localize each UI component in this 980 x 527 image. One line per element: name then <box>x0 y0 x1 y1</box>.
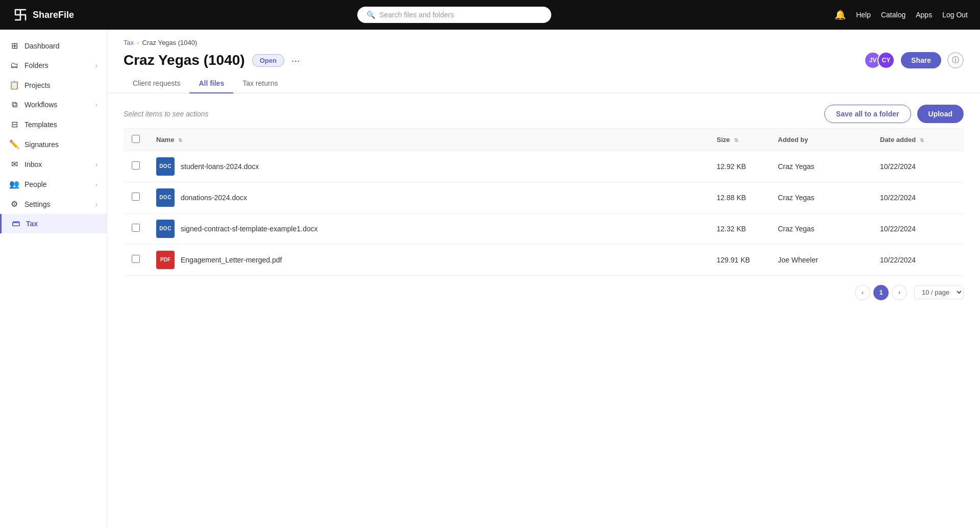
templates-icon: ⊟ <box>9 119 19 129</box>
file-table: Name ⇅ Size ⇅ Added by Date added ⇅ <box>124 128 964 276</box>
row-checkbox[interactable] <box>132 224 140 232</box>
table-header-size[interactable]: Size ⇅ <box>708 128 770 151</box>
upload-button[interactable]: Upload <box>917 105 964 123</box>
row-addedby-cell: Craz Yegas <box>770 213 872 244</box>
logo[interactable]: ShareFile <box>12 7 74 23</box>
tab-tax-returns[interactable]: Tax returns <box>233 74 287 93</box>
table-row[interactable]: DOC student-loans-2024.docx 12.92 KB Cra… <box>124 151 964 182</box>
file-name: donations-2024.docx <box>181 194 247 202</box>
select-hint: Select items to see actions <box>124 110 209 118</box>
pagination-prev[interactable]: ‹ <box>855 285 870 300</box>
dashboard-icon: ⊞ <box>9 41 19 51</box>
row-name-cell[interactable]: PDF Engagement_Letter-merged.pdf <box>148 244 708 275</box>
logout-link[interactable]: Log Out <box>942 11 968 19</box>
row-checkbox[interactable] <box>132 193 140 201</box>
workflows-icon: ⧉ <box>9 100 19 109</box>
table-row[interactable]: PDF Engagement_Letter-merged.pdf 129.91 … <box>124 244 964 275</box>
top-navigation: ShareFile 🔍 Search files and folders 🔔 H… <box>0 0 980 30</box>
action-row: Select items to see actions Save all to … <box>107 93 980 128</box>
sidebar-item-folders[interactable]: 🗂 Folders › <box>0 56 107 75</box>
share-button[interactable]: Share <box>901 52 941 68</box>
topnav-right: 🔔 Help Catalog Apps Log Out <box>835 9 968 20</box>
sidebar-item-templates[interactable]: ⊟ Templates <box>0 114 107 134</box>
sidebar-item-signatures[interactable]: ✏️ Signatures <box>0 134 107 154</box>
sidebar-item-projects[interactable]: 📋 Projects <box>0 75 107 95</box>
table-header-checkbox[interactable] <box>124 128 148 151</box>
sidebar-label-settings: Settings <box>24 200 51 208</box>
help-link[interactable]: Help <box>856 11 871 19</box>
settings-chevron-icon: › <box>95 201 97 207</box>
more-options-icon[interactable]: ··· <box>291 55 300 66</box>
sidebar-item-settings[interactable]: ⚙ Settings › <box>0 194 107 214</box>
sidebar-item-people[interactable]: 👥 People › <box>0 174 107 194</box>
page-header-left: Craz Yegas (1040) Open ··· <box>124 52 300 68</box>
row-checkbox-cell[interactable] <box>124 244 148 275</box>
inbox-icon: ✉ <box>9 159 19 169</box>
apps-link[interactable]: Apps <box>916 11 932 19</box>
sidebar-label-inbox: Inbox <box>24 160 42 169</box>
page-header-right: JV CY Share ⓘ <box>864 52 964 69</box>
sidebar-item-workflows[interactable]: ⧉ Workflows › <box>0 95 107 114</box>
row-addedby-cell: Craz Yegas <box>770 151 872 182</box>
search-icon: 🔍 <box>366 11 375 19</box>
file-table-container: Name ⇅ Size ⇅ Added by Date added ⇅ <box>107 128 980 276</box>
info-icon[interactable]: ⓘ <box>947 52 964 68</box>
page-header: Craz Yegas (1040) Open ··· JV CY Share ⓘ <box>107 46 980 69</box>
tab-all-files[interactable]: All files <box>189 74 233 93</box>
catalog-link[interactable]: Catalog <box>881 11 905 19</box>
row-name-cell[interactable]: DOC student-loans-2024.docx <box>148 151 708 182</box>
breadcrumb-current: Craz Yegas (1040) <box>142 39 198 46</box>
search-placeholder: Search files and folders <box>379 11 454 19</box>
row-dateadded-cell: 10/22/2024 <box>872 182 964 213</box>
row-checkbox-cell[interactable] <box>124 182 148 213</box>
row-checkbox-cell[interactable] <box>124 213 148 244</box>
row-dateadded-cell: 10/22/2024 <box>872 244 964 275</box>
sidebar-item-dashboard[interactable]: ⊞ Dashboard <box>0 36 107 56</box>
sidebar-item-inbox[interactable]: ✉ Inbox › <box>0 154 107 174</box>
doc-icon: DOC <box>156 220 175 238</box>
breadcrumb-parent[interactable]: Tax <box>124 39 134 46</box>
sidebar-label-dashboard: Dashboard <box>24 42 60 50</box>
row-size-cell: 129.91 KB <box>708 244 770 275</box>
sidebar-label-tax: Tax <box>26 220 38 228</box>
status-badge[interactable]: Open <box>252 54 284 67</box>
row-name-cell[interactable]: DOC signed-contract-sf-template-example1… <box>148 213 708 244</box>
file-name: Engagement_Letter-merged.pdf <box>181 256 282 264</box>
pagination-next[interactable]: › <box>892 285 907 300</box>
table-row[interactable]: DOC signed-contract-sf-template-example1… <box>124 213 964 244</box>
pagination-page-1[interactable]: 1 <box>873 285 889 300</box>
row-checkbox[interactable] <box>132 255 140 263</box>
table-header-added-by: Added by <box>770 128 872 151</box>
signatures-icon: ✏️ <box>9 139 19 149</box>
save-to-folder-button[interactable]: Save all to a folder <box>824 105 911 123</box>
doc-icon: DOC <box>156 157 175 176</box>
row-checkbox[interactable] <box>132 161 140 170</box>
people-chevron-icon: › <box>95 181 97 187</box>
sidebar: ⊞ Dashboard 🗂 Folders › 📋 Projects ⧉ Wor… <box>0 30 107 527</box>
date-sort-icon: ⇅ <box>920 137 924 143</box>
sidebar-label-signatures: Signatures <box>24 140 59 149</box>
main-content: Tax › Craz Yegas (1040) Craz Yegas (1040… <box>107 30 980 527</box>
pagination: ‹ 1 › 10 / page 25 / page 50 / page <box>107 276 980 309</box>
row-size-cell: 12.32 KB <box>708 213 770 244</box>
table-header-name[interactable]: Name ⇅ <box>148 128 708 151</box>
sidebar-label-people: People <box>24 180 47 188</box>
tab-client-requests[interactable]: Client requests <box>124 74 189 93</box>
sidebar-item-tax[interactable]: 🗃 Tax <box>0 214 107 233</box>
search-bar[interactable]: 🔍 Search files and folders <box>357 7 551 23</box>
notification-bell-icon[interactable]: 🔔 <box>835 9 846 20</box>
row-checkbox-cell[interactable] <box>124 151 148 182</box>
select-all-checkbox[interactable] <box>132 135 140 143</box>
pdf-icon: PDF <box>156 251 175 269</box>
sidebar-label-projects: Projects <box>24 81 51 89</box>
people-icon: 👥 <box>9 179 19 189</box>
row-addedby-cell: Joe Wheeler <box>770 244 872 275</box>
per-page-select[interactable]: 10 / page 25 / page 50 / page <box>914 285 964 299</box>
row-dateadded-cell: 10/22/2024 <box>872 151 964 182</box>
folders-icon: 🗂 <box>9 61 19 70</box>
avatar-cy: CY <box>877 52 895 69</box>
table-header-date-added[interactable]: Date added ⇅ <box>872 128 964 151</box>
table-row[interactable]: DOC donations-2024.docx 12.88 KB Craz Ye… <box>124 182 964 213</box>
page-title: Craz Yegas (1040) <box>124 52 245 68</box>
row-name-cell[interactable]: DOC donations-2024.docx <box>148 182 708 213</box>
